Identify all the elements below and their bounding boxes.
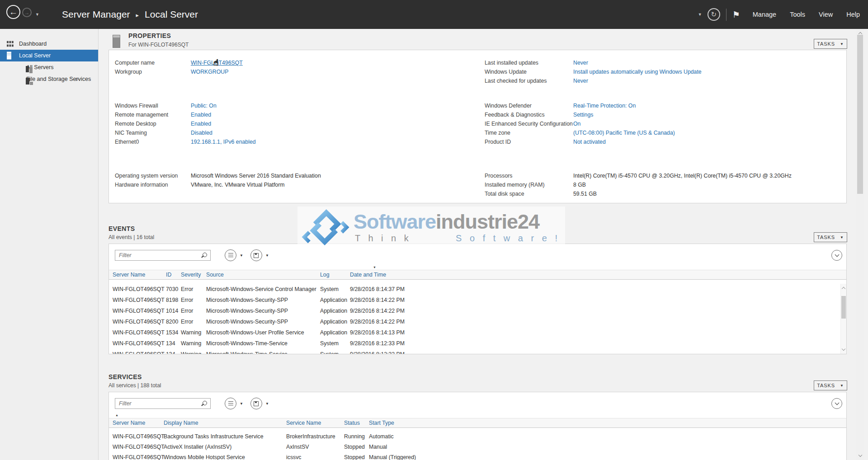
table-cell: Application xyxy=(320,297,350,303)
table-cell: Error xyxy=(181,286,206,292)
column-header-service-name[interactable]: Service Name xyxy=(286,420,344,426)
services-subtitle: All services | 188 total xyxy=(108,382,161,389)
services-collapse-button[interactable] xyxy=(831,398,842,409)
table-cell: Error xyxy=(181,319,206,325)
scroll-down-icon[interactable] xyxy=(858,453,862,457)
search-icon[interactable] xyxy=(201,401,207,407)
table-cell: System xyxy=(320,351,350,354)
column-header-display-name[interactable]: Display Name xyxy=(164,420,286,426)
services-tasks-button[interactable]: TASKS ▼ xyxy=(814,380,847,390)
table-row[interactable]: WIN-FGLOT496SQT1014ErrorMicrosoft-Window… xyxy=(109,305,840,316)
property-value-link[interactable]: Enabled xyxy=(191,112,211,118)
table-cell: Automatic xyxy=(369,433,840,440)
column-header-server-name[interactable]: Server Name xyxy=(113,420,164,426)
sidebar-item-local-server[interactable]: Local Server xyxy=(0,50,98,61)
breadcrumb-root[interactable]: Server Manager xyxy=(62,9,130,20)
property-value-link[interactable]: Real-Time Protection: On xyxy=(573,103,636,109)
table-row[interactable]: WIN-FGLOT496SQTActiveX Installer (AxInst… xyxy=(109,441,840,452)
column-header-severity[interactable]: Severity xyxy=(181,272,206,278)
services-title: SERVICES xyxy=(108,373,142,380)
property-value-link[interactable]: On xyxy=(573,121,580,127)
chevron-down-icon[interactable]: ▼ xyxy=(265,402,269,406)
menu-tools[interactable]: Tools xyxy=(790,11,805,18)
events-filter-input[interactable] xyxy=(115,250,210,260)
table-row[interactable]: WIN-FGLOT496SQTBackground Tasks Infrastr… xyxy=(109,431,840,441)
forward-button[interactable]: → xyxy=(22,8,32,17)
table-cell: 9/28/2016 8:14:13 PM xyxy=(350,329,840,336)
column-header-status[interactable]: Status xyxy=(344,420,369,426)
filter-criteria-button[interactable] xyxy=(225,398,236,409)
table-cell: 1014 xyxy=(166,308,181,314)
events-panel: ▼ ▼ ▼ Server NameIDSeveritySourceLogDate… xyxy=(108,244,847,354)
table-row[interactable]: WIN-FGLOT496SQT134WarningMicrosoft-Windo… xyxy=(109,338,840,349)
back-button[interactable]: ← xyxy=(6,5,20,19)
events-scrollbar[interactable] xyxy=(840,284,846,354)
watermark-text: Softwareindustrie24 T h i n k S o f t w … xyxy=(354,211,561,244)
property-row: Product IDNot activated xyxy=(485,137,792,146)
menu-manage[interactable]: Manage xyxy=(753,11,776,18)
scrollbar-thumb[interactable] xyxy=(857,35,863,194)
chevron-down-icon[interactable]: ▼ xyxy=(240,253,243,258)
property-value-link[interactable]: 192.168.1.1, IPv6 enabled xyxy=(191,139,256,145)
property-value: 8 GB xyxy=(573,182,586,188)
notifications-flag-icon[interactable]: ⚑ xyxy=(732,9,740,20)
table-cell: icssvc xyxy=(286,454,344,460)
nav-history-caret-icon[interactable]: ▼ xyxy=(35,12,39,17)
column-header-server-name[interactable]: Server Name xyxy=(113,272,166,278)
column-header-start-type[interactable]: Start Type xyxy=(369,420,846,426)
column-header-id[interactable]: ID xyxy=(166,272,181,278)
chevron-down-icon[interactable]: ▼ xyxy=(240,402,243,406)
properties-right-column: Last installed updatesNeverWindows Updat… xyxy=(485,58,792,198)
refresh-button[interactable]: ↻ xyxy=(708,8,720,21)
save-query-button[interactable] xyxy=(250,398,262,409)
chevron-down-icon[interactable]: ▼ xyxy=(265,253,269,258)
scroll-up-icon[interactable] xyxy=(842,287,845,291)
notifications-caret-icon[interactable]: ▼ xyxy=(698,12,702,17)
property-value-link[interactable]: Settings xyxy=(573,112,593,118)
menu-view[interactable]: View xyxy=(819,11,833,18)
watermark-tagline-secondary: S o f t w a r e ! xyxy=(456,233,560,244)
column-header-source[interactable]: Source xyxy=(206,272,320,278)
column-header-log[interactable]: Log xyxy=(320,272,350,278)
property-value-link[interactable]: Never xyxy=(573,78,588,84)
table-row[interactable]: WIN-FGLOT496SQT8200ErrorMicrosoft-Window… xyxy=(109,316,840,327)
property-row: Feedback & DiagnosticsSettings xyxy=(485,110,792,119)
table-cell: 9/28/2016 8:12:32 PM xyxy=(350,351,840,354)
property-value-link[interactable]: Public: On xyxy=(191,103,217,109)
property-value-link[interactable]: Disabled xyxy=(191,130,212,136)
property-value-link[interactable]: WORKGROUP xyxy=(191,69,228,75)
sidebar-item-file-storage-services[interactable]: File and Storage Services ▷ xyxy=(0,73,98,85)
property-value-link[interactable]: Enabled xyxy=(191,121,211,127)
property-value-link[interactable]: Never xyxy=(573,60,588,66)
table-row[interactable]: WIN-FGLOT496SQT1534WarningMicrosoft-Wind… xyxy=(109,327,840,338)
property-value-link[interactable]: Install updates automatically using Wind… xyxy=(573,69,702,75)
table-row[interactable]: WIN-FGLOT496SQT134WarningMicrosoft-Windo… xyxy=(109,349,840,354)
watermark: Softwareindustrie24 T h i n k S o f t w … xyxy=(297,207,565,248)
property-label: Remote Desktop xyxy=(115,121,191,127)
table-row[interactable]: WIN-FGLOT496SQT7030ErrorMicrosoft-Window… xyxy=(109,284,840,295)
scroll-down-icon[interactable] xyxy=(842,347,845,351)
filter-criteria-button[interactable] xyxy=(225,249,236,261)
save-query-button[interactable] xyxy=(250,249,262,261)
property-value-link[interactable]: (UTC-08:00) Pacific Time (US & Canada) xyxy=(573,130,675,136)
sidebar-item-all-servers[interactable]: All Servers xyxy=(0,61,98,73)
column-header-date-and-time[interactable]: Date and Time xyxy=(350,272,846,278)
events-tasks-button[interactable]: TASKS ▼ xyxy=(814,232,847,242)
properties-title: PROPERTIES xyxy=(128,32,171,39)
table-cell: WIN-FGLOT496SQT xyxy=(113,444,164,450)
search-icon[interactable] xyxy=(201,253,207,258)
property-value-link[interactable]: Not activated xyxy=(573,139,606,145)
services-filter-input[interactable] xyxy=(115,399,210,408)
tasks-label: TASKS xyxy=(817,235,835,240)
events-collapse-button[interactable] xyxy=(831,250,842,261)
sidebar-item-dashboard[interactable]: Dashboard xyxy=(0,38,98,50)
properties-tasks-button[interactable]: TASKS ▼ xyxy=(814,39,847,49)
table-row[interactable]: WIN-FGLOT496SQT8198ErrorMicrosoft-Window… xyxy=(109,295,840,305)
table-cell: Stopped xyxy=(344,454,369,460)
scrollbar-thumb[interactable] xyxy=(841,296,846,319)
expand-chevron-icon[interactable]: ▷ xyxy=(76,77,79,81)
properties-subtitle: For WIN-FGLOT496SQT xyxy=(128,42,189,48)
page-scrollbar[interactable] xyxy=(856,29,864,460)
menu-help[interactable]: Help xyxy=(846,11,860,18)
table-row[interactable]: WIN-FGLOT496SQTWindows Mobile Hotspot Se… xyxy=(109,452,840,460)
